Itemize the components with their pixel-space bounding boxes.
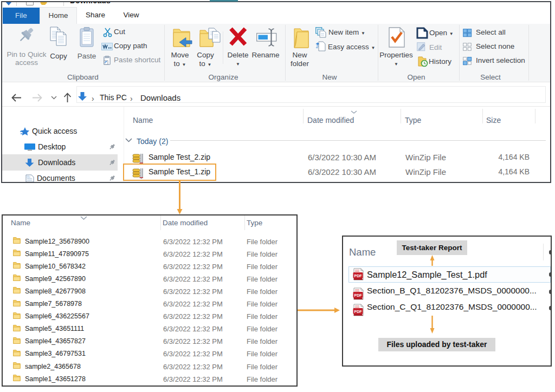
svg-text:PDF: PDF [354, 293, 363, 297]
svg-text:PDF: PDF [354, 310, 363, 313]
svg-text:PDF: PDF [354, 274, 363, 278]
